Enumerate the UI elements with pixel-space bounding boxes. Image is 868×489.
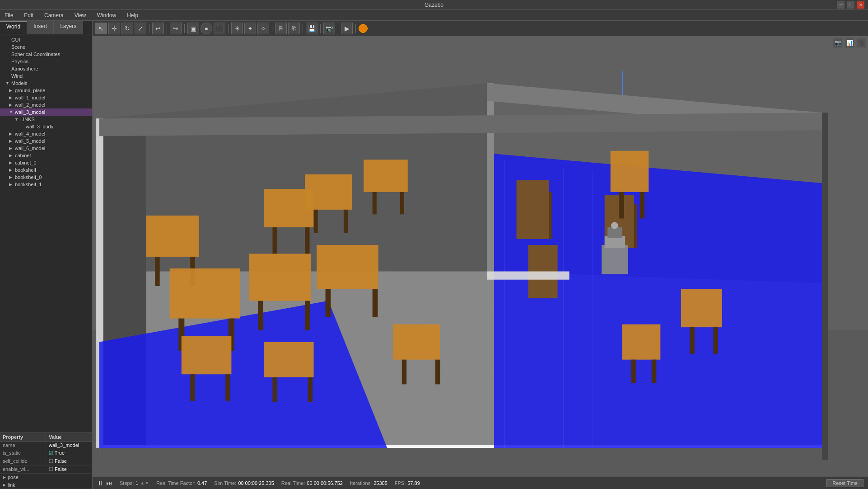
steps-display: Steps: 1 ▲▼ (120, 480, 149, 486)
scale-tool-button[interactable]: ⤢ (135, 23, 146, 34)
tab-insert[interactable]: Insert (27, 21, 54, 34)
svg-rect-60 (225, 374, 230, 401)
dir-light-button[interactable]: ✧ (257, 23, 269, 34)
props-row-self-collide[interactable]: self_collide ☐ False (0, 457, 92, 465)
svg-rect-58 (182, 336, 232, 375)
rotate-tool-button[interactable]: ↻ (121, 23, 133, 34)
copy-button[interactable]: ⎘ (275, 23, 287, 34)
realtime-label: Real Time: (281, 480, 305, 486)
props-row-enable-wind[interactable]: enable_wi... ☐ False (0, 465, 92, 474)
tree-item-bookshelf-1[interactable]: ▶bookshelf_1 (0, 181, 92, 188)
redo-button[interactable]: ↪ (170, 23, 182, 34)
svg-rect-79 (631, 360, 635, 383)
svg-rect-64 (393, 324, 440, 360)
tree-item-models[interactable]: ▼Models (0, 80, 92, 87)
svg-marker-85 (99, 448, 822, 460)
arrow-links: ▼ (14, 117, 19, 122)
menu-view[interactable]: View (72, 11, 89, 19)
tree-item-bookshelf-0[interactable]: ▶bookshelf_0 (0, 174, 92, 181)
svg-rect-42 (305, 227, 309, 254)
svg-rect-55 (317, 245, 378, 289)
sphere-button[interactable]: ● (201, 23, 212, 34)
tab-world[interactable]: World (0, 21, 27, 34)
screenshot-vp-icon[interactable]: 📷 (833, 38, 843, 48)
tree-item-wall-3-body[interactable]: wall_3_body (0, 123, 92, 130)
tree-item-cabinet-0[interactable]: ▶cabinet_0 (0, 159, 92, 166)
chart-vp-icon[interactable]: 📊 (845, 38, 854, 48)
menubar: File Edit Camera View Window Help (0, 10, 868, 21)
menu-window[interactable]: Window (94, 11, 119, 19)
restore-button[interactable]: □ (847, 1, 854, 9)
tree-item-links[interactable]: ▼LINKS (0, 116, 92, 123)
tree-item-spherical-coords[interactable]: Spherical Coordinates (0, 51, 92, 58)
paste-button[interactable]: ⎗ (288, 23, 300, 34)
tree-item-wall-4-model[interactable]: ▶wall_4_model (0, 130, 92, 137)
props-row-is-static[interactable]: is_static ☑ True (0, 449, 92, 457)
menu-file[interactable]: File (2, 11, 16, 19)
svg-point-84 (611, 222, 618, 229)
svg-rect-65 (402, 360, 406, 385)
pause-button[interactable]: ⏸ (97, 480, 103, 487)
spot-light-button[interactable]: ✦ (244, 23, 256, 34)
tree-item-wind[interactable]: Wind (0, 72, 92, 80)
window-controls: ─ □ ✕ (837, 1, 864, 9)
save-world-button[interactable]: 💾 (306, 23, 317, 34)
step-forward-button[interactable]: ⏭ (106, 480, 112, 487)
menu-help[interactable]: Help (124, 11, 141, 19)
props-row-link[interactable]: ▶ link (0, 481, 92, 489)
tree-item-wall-6-model[interactable]: ▶wall_6_model (0, 145, 92, 152)
svg-rect-76 (690, 327, 694, 354)
tree-item-physics[interactable]: Physics (0, 58, 92, 65)
props-header: Property Value (0, 433, 92, 442)
svg-rect-56 (326, 289, 331, 317)
realtime-value: 00 00:00:56.752 (307, 480, 343, 486)
svg-rect-46 (364, 160, 408, 192)
tab-layers[interactable]: Layers (54, 21, 83, 34)
svg-rect-87 (487, 272, 569, 280)
tree-item-ground-plane[interactable]: ▶ground_plane (0, 87, 92, 94)
cylinder-button[interactable]: ⬛ (214, 23, 225, 34)
reset-time-button[interactable]: Reset Time (826, 479, 863, 487)
minimize-button[interactable]: ─ (837, 1, 845, 9)
props-row-pose[interactable]: ▶ pose (0, 474, 92, 481)
arrow-cabinet: ▶ (9, 153, 14, 158)
undo-button[interactable]: ↩ (152, 23, 164, 34)
prop-key-self-collide: self_collide (0, 457, 46, 465)
select-tool-button[interactable]: ↖ (95, 23, 107, 34)
tree-item-gui[interactable]: GUI (0, 36, 92, 43)
iterations-value: 25305 (373, 480, 387, 486)
tree-item-wall-5-model[interactable]: ▶wall_5_model (0, 137, 92, 145)
status-bar: ⏸ ⏭ Steps: 1 ▲▼ Real Time Factor: 0.47 S… (93, 476, 868, 489)
fps-value: 57.89 (407, 480, 420, 486)
svg-rect-73 (619, 192, 624, 219)
point-light-button[interactable]: ☀ (231, 23, 243, 34)
viewport[interactable]: 📷 📊 🎥 (93, 36, 868, 489)
fps-label: FPS: (395, 480, 406, 486)
tree-item-wall-2-model[interactable]: ▶wall_2_model (0, 101, 92, 108)
svg-rect-38 (155, 257, 159, 286)
camera-vp-icon[interactable]: 🎥 (856, 38, 866, 48)
tree-item-wall-3-model[interactable]: ▼wall_3_model (0, 108, 92, 116)
arrow-wall-1: ▶ (9, 95, 14, 100)
arrow-wall-5: ▶ (9, 139, 14, 143)
tree-item-scene[interactable]: Scene (0, 43, 92, 51)
svg-rect-48 (400, 192, 404, 214)
props-row-name[interactable]: name wall_3_model (0, 442, 92, 449)
tree-item-atmosphere[interactable]: Atmosphere (0, 65, 92, 72)
tree-item-cabinet[interactable]: ▶cabinet (0, 152, 92, 159)
sep7 (320, 24, 321, 33)
close-button[interactable]: ✕ (857, 1, 864, 9)
tree-item-bookshelf[interactable]: ▶bookshelf (0, 166, 92, 174)
sep1 (149, 24, 149, 33)
screenshot-button[interactable]: 📷 (323, 23, 335, 34)
prop-val-is-static: ☑ True (46, 449, 92, 457)
arrow-cabinet-0: ▶ (9, 160, 14, 165)
main-layout: World Insert Layers GUI Scene Spherical … (0, 21, 868, 489)
record-button[interactable]: ▶ (341, 23, 353, 34)
menu-camera[interactable]: Camera (42, 11, 66, 19)
color-button[interactable] (359, 24, 368, 33)
tree-item-wall-1-model[interactable]: ▶wall_1_model (0, 94, 92, 101)
menu-edit[interactable]: Edit (21, 11, 36, 19)
box-button[interactable]: ▣ (187, 23, 199, 34)
translate-tool-button[interactable]: ✛ (108, 23, 120, 34)
